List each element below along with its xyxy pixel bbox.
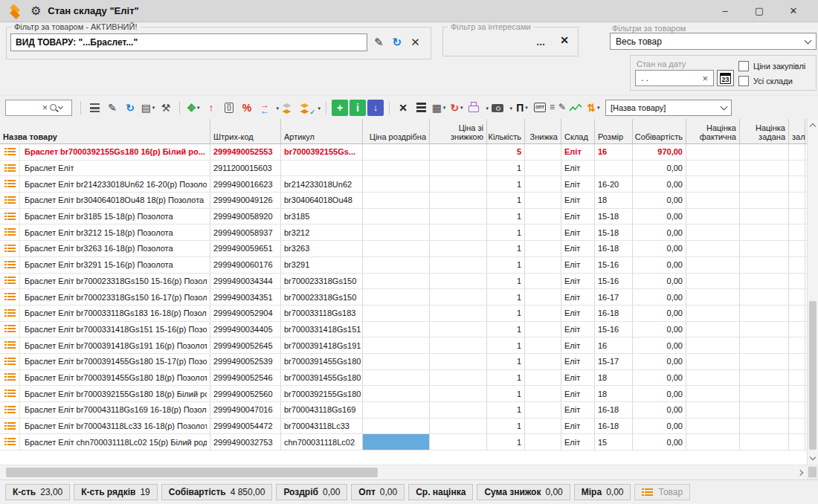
table-row[interactable]: Браслет br7000392155Gs180 16(р) Білий ро…: [0, 144, 807, 161]
product-filter-input[interactable]: [10, 33, 367, 51]
cell-price_disc: [430, 224, 487, 240]
print-button[interactable]: ▾: [466, 100, 483, 116]
table-row[interactable]: Браслет Еліт br304064018Ou48 18(р) Позол…: [0, 193, 807, 209]
search-input[interactable]: [9, 103, 40, 113]
table-row[interactable]: Браслет Еліт br700033118Gs183 16-18(р) П…: [0, 306, 807, 322]
edit-button[interactable]: [104, 100, 120, 116]
table-row[interactable]: Браслет Еліт br3212 15-18(р) Позолота299…: [0, 224, 807, 241]
info-button[interactable]: [350, 100, 366, 116]
cell-name: Браслет Еліт br700043118Lc33 16-18(р) По…: [0, 419, 210, 434]
refresh-filter-icon[interactable]: ↻: [393, 36, 402, 48]
all-warehouses-checkbox[interactable]: [738, 76, 749, 86]
column-header-wh[interactable]: Склад: [561, 119, 595, 143]
cell-cost: 0,00: [633, 289, 686, 305]
refresh-alt-button[interactable]: ▾: [448, 100, 465, 116]
table-row[interactable]: Браслет Еліт chn700031118Lc02 15(р) Біли…: [0, 434, 807, 450]
edit-filter-icon[interactable]: ✎: [374, 36, 384, 48]
scroll-up-icon[interactable]: [810, 123, 816, 129]
tovar-toggle-button[interactable]: Товар: [634, 484, 690, 500]
table-row[interactable]: Браслет Еліт br7000331418Gs151 15-16(р) …: [0, 322, 807, 338]
table-row[interactable]: Браслет Еліт br700023318Gs150 15-16(р) П…: [0, 274, 807, 290]
calendar-button[interactable]: 23: [717, 70, 734, 86]
column-header-disc[interactable]: Знижка: [525, 119, 561, 143]
interests-more-button[interactable]: ...: [536, 36, 545, 48]
filter-button[interactable]: [86, 100, 103, 116]
clear-date-icon[interactable]: ×: [702, 73, 708, 84]
cell-m_fact: [686, 176, 740, 192]
column-header-price_retail[interactable]: Ціна роздрібна: [363, 119, 430, 143]
snapshot-button[interactable]: ▾: [490, 100, 506, 116]
chart-button[interactable]: [567, 100, 584, 116]
clear-filter-icon[interactable]: ✕: [410, 36, 420, 48]
column-header-cost[interactable]: Собівартість: [633, 119, 686, 143]
table-row[interactable]: Браслет Еліт br3263 16-18(р) Позолота299…: [0, 241, 807, 257]
purchase-prices-checkbox[interactable]: [738, 61, 749, 71]
gear-menu-icon[interactable]: ⚙: [30, 5, 41, 17]
refresh-button[interactable]: [122, 100, 138, 116]
table-row[interactable]: Браслет Еліт br700043118Gs169 16-18(р) П…: [0, 402, 807, 419]
cell-m_fact: [686, 370, 740, 386]
column-header-qty[interactable]: Кількість: [487, 119, 525, 143]
edit-list-button[interactable]: [550, 100, 566, 116]
move-button[interactable]: ▾: [185, 100, 202, 116]
layers-button[interactable]: [280, 100, 297, 116]
scroll-down-icon[interactable]: [810, 454, 816, 460]
table-row[interactable]: Браслет Еліт br3185 15-18(р) Позолота299…: [0, 209, 807, 225]
cell-m_set: [740, 274, 789, 289]
paste-button[interactable]: ▾: [140, 100, 156, 116]
maximize-button[interactable]: ▢: [742, 5, 776, 16]
table-row[interactable]: Браслет Еліт29112000156031Еліт0,00: [0, 161, 807, 177]
interests-clear-button[interactable]: ✕: [560, 34, 569, 46]
table-row[interactable]: Браслет Еліт br7000391418Gs191 16(р) Поз…: [0, 337, 807, 354]
column-header-name[interactable]: Назва товару: [0, 119, 210, 143]
column-header-articul[interactable]: Артикул: [281, 119, 363, 143]
column-header-barcode[interactable]: Штрих-код: [210, 119, 281, 143]
percent-button[interactable]: [239, 100, 255, 116]
column-header-size[interactable]: Розмір: [595, 119, 633, 143]
transfer-button[interactable]: ▾: [257, 100, 279, 116]
cell-rest: [789, 337, 805, 353]
pi-button[interactable]: ▾: [514, 100, 530, 116]
rows-button[interactable]: [413, 100, 429, 116]
export-button[interactable]: [367, 100, 384, 116]
delete-button[interactable]: [395, 100, 411, 116]
vertical-scroll-thumb[interactable]: [809, 301, 817, 450]
cell-articul: br700043118Gs169: [281, 402, 363, 418]
table-row[interactable]: Браслет Еліт br7000391455Gs180 18(р) Поз…: [0, 370, 807, 387]
table-row[interactable]: Браслет Еліт br7000391455Gs180 15-17(р) …: [0, 354, 807, 370]
horizontal-scroll-thumb[interactable]: [6, 468, 378, 477]
column-header-rest[interactable]: зал: [789, 119, 805, 143]
cell-name: Браслет Еліт br3291 15-16(р) Позолота: [0, 257, 210, 273]
minimize-button[interactable]: –: [708, 5, 742, 16]
table-view-button[interactable]: ▾: [431, 100, 447, 116]
table-row[interactable]: Браслет Еліт br3291 15-16(р) Позолота299…: [0, 257, 807, 274]
column-header-m_set[interactable]: Націнка задана: [740, 119, 789, 143]
horizontal-scrollbar[interactable]: [0, 465, 807, 479]
table-row[interactable]: Браслет Еліт br7000392155Gs180 18(р) Біл…: [0, 386, 807, 402]
table-row[interactable]: Браслет Еліт br214233018Un62 16-20(р) По…: [0, 176, 807, 193]
scroll-right-icon[interactable]: [797, 470, 803, 476]
opt-document-button[interactable]: ОПТ: [532, 100, 548, 116]
column-header-m_fact[interactable]: Націнка фактична: [686, 119, 740, 143]
promote-button[interactable]: [203, 100, 219, 116]
add-button[interactable]: [332, 100, 348, 116]
cell-disc: [525, 257, 561, 273]
search-options-chevron-icon[interactable]: [58, 104, 63, 109]
state-date-input[interactable]: . . ×: [635, 70, 714, 86]
template-button[interactable]: [221, 100, 237, 116]
layers-apply-button[interactable]: ✓▾: [298, 100, 315, 116]
vertical-scrollbar[interactable]: [807, 119, 818, 465]
group-by-select[interactable]: [Назва товару]: [605, 100, 732, 116]
cell-name: Браслет Еліт chn700031118Lc02 15(р) Біли…: [0, 434, 210, 450]
search-icon[interactable]: [50, 104, 57, 111]
cell-barcode: 2999490016623: [210, 176, 281, 192]
cell-price_disc: [430, 434, 487, 450]
clear-search-icon[interactable]: ×: [42, 103, 48, 112]
filters-by-product-select[interactable]: Весь товар: [610, 33, 817, 50]
sort-button[interactable]: ▾: [585, 100, 602, 116]
column-header-price_disc[interactable]: Ціна зі знижкою: [430, 119, 487, 143]
table-row[interactable]: Браслет Еліт br700023318Gs150 16-17(р) П…: [0, 289, 807, 306]
tools-button[interactable]: [158, 100, 174, 116]
table-row[interactable]: Браслет Еліт br700043118Lc33 16-18(р) По…: [0, 419, 807, 435]
close-button[interactable]: ✕: [776, 5, 811, 16]
